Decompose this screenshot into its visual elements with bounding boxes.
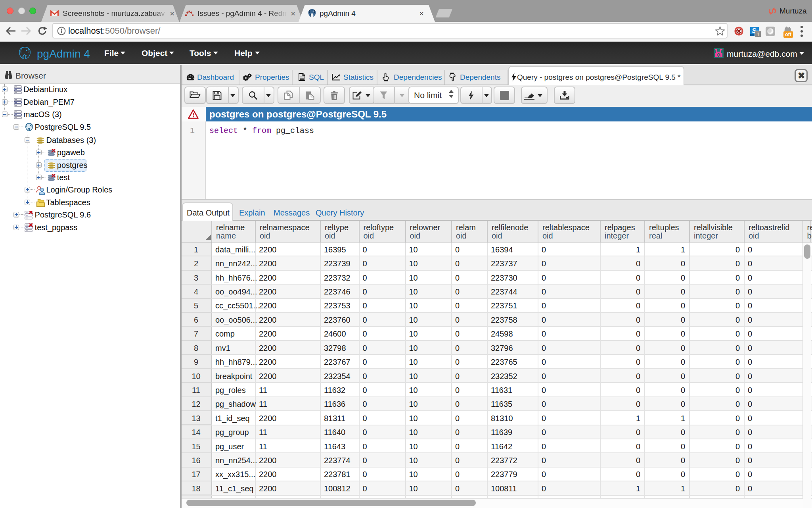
svg-text:1: 1 bbox=[756, 31, 759, 37]
svg-text:off: off bbox=[785, 32, 791, 37]
